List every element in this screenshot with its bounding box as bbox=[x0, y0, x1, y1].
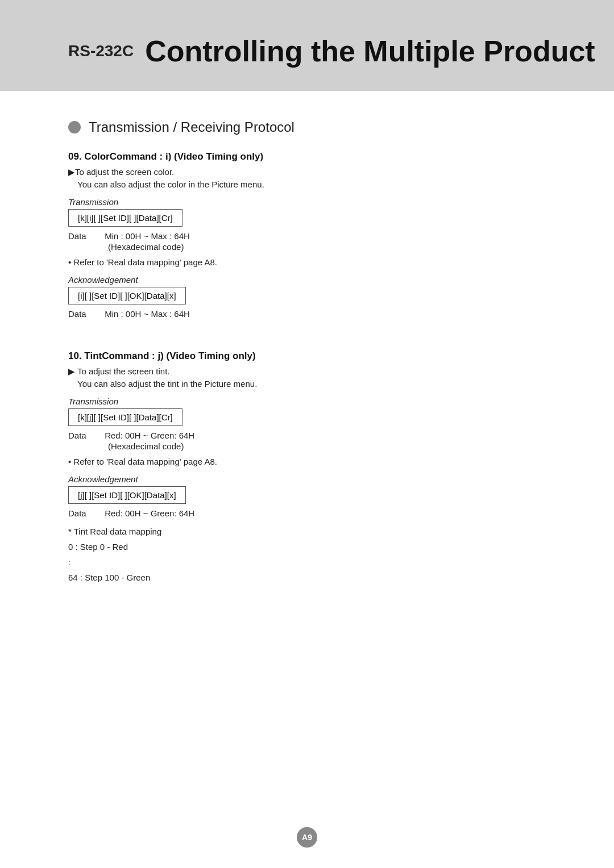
tint-mapping-line2: 0 : Step 0 - Red bbox=[68, 539, 546, 554]
tint-transmission-code: [k][j][ ][Set ID][ ][Data][Cr] bbox=[68, 408, 182, 426]
header-band: RS-232C Controlling the Multiple Product bbox=[0, 0, 614, 91]
tint-refer-line: • Refer to 'Real data mapping' page A8. bbox=[68, 457, 546, 466]
tint-ack-code-box: [j][ ][Set ID][ ][OK][Data][x] bbox=[68, 486, 546, 508]
color-ack-code-box: [i][ ][Set ID][ ][OK][Data][x] bbox=[68, 287, 546, 309]
color-command-desc: ▶To adjust the screen color. bbox=[68, 167, 546, 177]
tint-command-desc: ▶ To adjust the screen tint. bbox=[68, 366, 546, 377]
color-transmission-code: [k][i][ ][Set ID][ ][Data][Cr] bbox=[68, 209, 182, 227]
color-command-title: 09. ColorCommand : i) (Video Timing only… bbox=[68, 151, 546, 162]
tint-mapping-line4: 64 : Step 100 - Green bbox=[68, 570, 546, 585]
color-refer-line: • Refer to 'Real data mapping' page A8. bbox=[68, 257, 546, 267]
tint-mapping-block: * Tint Real data mapping 0 : Step 0 - Re… bbox=[68, 524, 546, 585]
tint-mapping-line3: : bbox=[68, 554, 546, 570]
tint-ack-data-line: Data Red: 00H ~ Green: 64H bbox=[68, 508, 546, 518]
tint-transmission-code-box: [k][j][ ][Set ID][ ][Data][Cr] bbox=[68, 408, 546, 431]
page-wrapper: RS-232C Controlling the Multiple Product… bbox=[0, 0, 614, 868]
tint-ack-label: Acknowledgement bbox=[68, 474, 546, 484]
header-title: Controlling the Multiple Product bbox=[145, 34, 595, 68]
tint-command-block: 10. TintCommand : j) (Video Timing only)… bbox=[68, 350, 546, 585]
section-divider bbox=[68, 330, 546, 339]
tint-data-line: Data Red: 00H ~ Green: 64H bbox=[68, 431, 546, 440]
tint-mapping-line1: * Tint Real data mapping bbox=[68, 524, 546, 539]
section-bullet-icon bbox=[68, 121, 81, 133]
tint-data-note: (Hexadecimal code) bbox=[108, 441, 546, 451]
color-transmission-code-box: [k][i][ ][Set ID][ ][Data][Cr] bbox=[68, 209, 546, 231]
color-ack-label: Acknowledgement bbox=[68, 275, 546, 285]
tint-ack-code: [j][ ][Set ID][ ][OK][Data][x] bbox=[68, 486, 186, 504]
section-heading-text: Transmission / Receiving Protocol bbox=[89, 119, 294, 135]
color-data-line: Data Min : 00H ~ Max : 64H bbox=[68, 231, 546, 241]
color-ack-data-line: Data Min : 00H ~ Max : 64H bbox=[68, 309, 546, 319]
tint-command-sub-desc: You can also adjust the tint in the Pict… bbox=[77, 379, 546, 389]
color-transmission-label: Transmission bbox=[68, 197, 546, 207]
tint-command-title: 10. TintCommand : j) (Video Timing only) bbox=[68, 350, 546, 362]
color-data-note: (Hexadecimal code) bbox=[108, 242, 546, 252]
color-command-sub-desc: You can also adjust the color in the Pic… bbox=[77, 180, 546, 189]
color-command-block: 09. ColorCommand : i) (Video Timing only… bbox=[68, 151, 546, 319]
main-content: Transmission / Receiving Protocol 09. Co… bbox=[0, 91, 614, 619]
tint-transmission-label: Transmission bbox=[68, 397, 546, 406]
header-rs-label: RS-232C bbox=[68, 42, 134, 60]
page-number: A9 bbox=[297, 827, 317, 848]
color-ack-code: [i][ ][Set ID][ ][OK][Data][x] bbox=[68, 287, 186, 304]
section-heading: Transmission / Receiving Protocol bbox=[68, 119, 546, 135]
